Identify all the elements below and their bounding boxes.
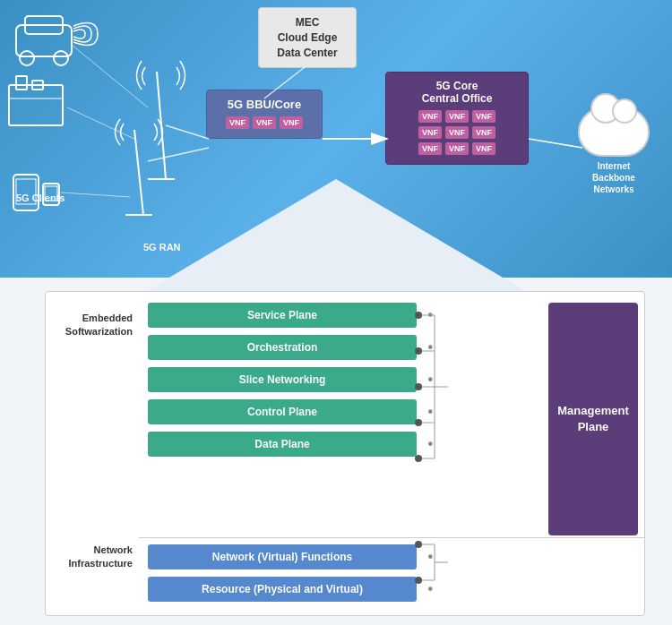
slice-networking-bar: Slice Networking [148, 367, 417, 392]
core-title: 5G Core Central Office [392, 80, 522, 105]
trapezoid-connector [139, 179, 533, 295]
bbu-vnf-row: VNF VNF VNF [212, 116, 316, 129]
bbu-title: 5G BBU/Core [212, 98, 316, 111]
core-vnf-row-3: VNF VNF VNF [392, 142, 522, 155]
bbu-vnf-2: VNF [253, 116, 276, 129]
embedded-label: Embedded Softwarization [52, 312, 133, 339]
green-bars-area: Service Plane Orchestration Slice Networ… [148, 303, 417, 464]
data-plane-bar: Data Plane [148, 432, 417, 457]
core-box: 5G Core Central Office VNF VNF VNF VNF V… [385, 72, 529, 165]
mec-box: MEC Cloud Edge Data Center [258, 7, 357, 68]
management-plane-box: Management Plane [548, 303, 638, 535]
network-virtual-functions-bar: Network (Virtual) Functions [148, 544, 417, 569]
bbu-vnf-1: VNF [226, 116, 249, 129]
core-vnf-row-2: VNF VNF VNF [392, 126, 522, 139]
control-plane-bar: Control Plane [148, 399, 417, 424]
orchestration-bar: Orchestration [148, 335, 417, 360]
bbu-box: 5G BBU/Core VNF VNF VNF [206, 90, 323, 139]
core-vnf-1-2: VNF [445, 110, 469, 123]
core-vnf-3-2: VNF [445, 142, 469, 155]
cloud-shape [578, 107, 650, 157]
core-vnf-3-1: VNF [418, 142, 442, 155]
infra-separator [139, 537, 645, 538]
resource-physical-virtual-bar: Resource (Physical and Virtual) [148, 577, 417, 602]
infra-bars-area: Network (Virtual) Functions Resource (Ph… [148, 544, 417, 609]
core-vnf-row-1: VNF VNF VNF [392, 110, 522, 123]
internet-cloud: Internet Backbone Networks [573, 107, 654, 195]
core-vnf-2-1: VNF [418, 126, 442, 139]
mec-title: MEC Cloud Edge Data Center [277, 16, 337, 59]
clients-label: 5G Clients [16, 193, 65, 203]
management-plane-label: Management Plane [557, 403, 628, 435]
ran-label: 5G RAN [143, 242, 181, 253]
network-infra-label: Network Infrastructure [52, 544, 133, 571]
core-vnf-2-2: VNF [445, 126, 469, 139]
internet-label: Internet Backbone Networks [573, 160, 654, 195]
core-vnf-2-3: VNF [472, 126, 495, 139]
bbu-vnf-3: VNF [280, 116, 303, 129]
service-plane-bar: Service Plane [148, 303, 417, 328]
core-vnf-1-3: VNF [472, 110, 495, 123]
core-vnf-3-3: VNF [472, 142, 495, 155]
core-vnf-1-1: VNF [418, 110, 442, 123]
